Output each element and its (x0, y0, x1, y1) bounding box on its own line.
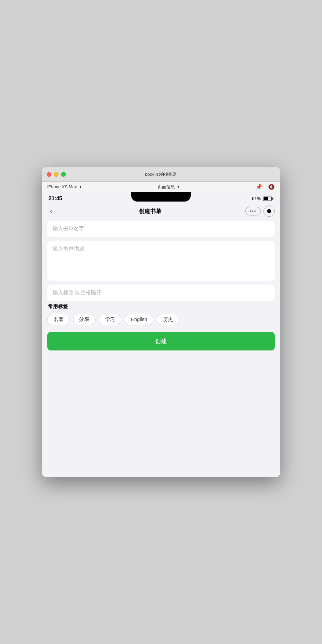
page-info-selector[interactable]: 页面信息 ▼ (158, 184, 180, 190)
status-right: 61% (252, 196, 273, 201)
record-inner-icon (267, 209, 271, 213)
create-button[interactable]: 创建 (47, 332, 275, 350)
minimize-button[interactable] (54, 172, 59, 177)
tag-chip[interactable]: 名著 (47, 314, 70, 325)
description-placeholder: 输入书单描述 (53, 246, 84, 253)
mac-window: booklist的模拟器 iPhone XS Max ▼ 页面信息 ▼ 📌 🔇 … (42, 167, 280, 477)
tags-input[interactable]: 输入标签 以空格隔开 (47, 285, 275, 301)
phone-screen: 21:45 61% ‹ 创建书单 ••• (42, 192, 280, 477)
common-tags-label: 常用标签 (47, 303, 275, 310)
tag-chip[interactable]: English (125, 314, 153, 325)
close-button[interactable] (47, 172, 51, 177)
device-chevron-icon: ▼ (79, 185, 82, 189)
name-input[interactable]: 输入书单名字 (47, 221, 275, 237)
battery-percent: 61% (252, 196, 261, 201)
nav-title: 创建书单 (139, 207, 161, 215)
page-info-chevron-icon: ▼ (177, 185, 180, 189)
more-button[interactable]: ••• (245, 207, 261, 215)
traffic-lights (47, 172, 66, 177)
tags-placeholder: 输入标签 以空格隔开 (53, 290, 101, 295)
battery-tip (272, 198, 273, 200)
tags-container: 名著效率学习English历史 (47, 314, 275, 325)
device-name: iPhone XS Max (47, 184, 77, 189)
form-content: 输入书单名字 输入书单描述 输入标签 以空格隔开 常用标签 名著效率学习Engl… (42, 221, 280, 350)
nav-actions: ••• (245, 206, 275, 217)
ios-nav-bar: ‹ 创建书单 ••• (42, 203, 280, 221)
name-placeholder: 输入书单名字 (53, 226, 84, 231)
notch (131, 192, 191, 202)
device-selector[interactable]: iPhone XS Max ▼ (47, 184, 82, 189)
back-button[interactable]: ‹ (47, 206, 55, 217)
simulator-toolbar: iPhone XS Max ▼ 页面信息 ▼ 📌 🔇 (42, 182, 280, 192)
page-info-label: 页面信息 (158, 184, 175, 190)
battery-fill (264, 197, 268, 200)
description-input[interactable]: 输入书单描述 (47, 241, 275, 281)
sound-icon[interactable]: 🔇 (268, 184, 275, 190)
battery-body (263, 197, 272, 201)
toolbar-icons: 📌 🔇 (256, 184, 275, 190)
record-button[interactable] (263, 206, 275, 217)
window-title: booklist的模拟器 (145, 171, 177, 177)
tag-chip[interactable]: 学习 (99, 314, 121, 325)
battery-icon (263, 197, 273, 201)
mac-titlebar: booklist的模拟器 (42, 167, 280, 182)
status-time: 21:45 (49, 196, 62, 202)
tag-chip[interactable]: 历史 (157, 314, 179, 325)
maximize-button[interactable] (61, 172, 66, 177)
ios-status-bar: 21:45 61% (42, 192, 280, 203)
tag-chip[interactable]: 效率 (73, 314, 96, 325)
pin-icon[interactable]: 📌 (256, 184, 262, 190)
